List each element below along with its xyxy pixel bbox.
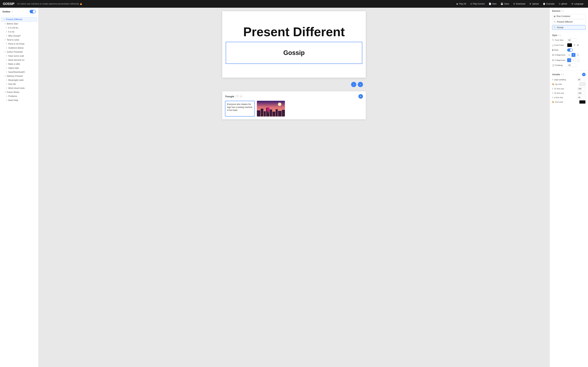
- github-icon: ⊙: [559, 3, 561, 5]
- v-align-top-button[interactable]: ⊤: [567, 58, 571, 62]
- sidebar-item-word-cloud-mode[interactable]: + Word cloud modu: [1, 86, 37, 90]
- var-bg-color-swatch[interactable]: [579, 82, 586, 86]
- upload-button[interactable]: ⬆ Upload: [527, 2, 540, 6]
- breadcrumb-present-different[interactable]: T↕ Present Different: [552, 20, 586, 24]
- sidebar-item-make-a-slide[interactable]: + Make a slide: [1, 62, 37, 66]
- color-eyedropper-button[interactable]: 👁: [573, 43, 576, 47]
- upload-icon: ⬆: [529, 3, 531, 5]
- svg-rect-12: [268, 111, 269, 113]
- thought-help-button[interactable]: ?: [235, 95, 239, 98]
- element-help-icon[interactable]: ?: [561, 10, 562, 12]
- github-button[interactable]: ⊙ github: [557, 2, 569, 6]
- slide-navigation: ‹ ›: [222, 81, 366, 89]
- sidebar-item-why-gossip[interactable]: + Why Gossip?: [1, 34, 37, 38]
- sidebar-help-icon[interactable]: ?: [12, 10, 13, 13]
- slide-main[interactable]: Present Different Gossip: [222, 11, 366, 78]
- h-alignment-icon: ⊟: [552, 54, 554, 56]
- thought-card-image[interactable]: [257, 101, 285, 117]
- padding-input[interactable]: [567, 64, 576, 67]
- variable-close-icon[interactable]: ×: [563, 74, 564, 75]
- download-label: Download: [516, 3, 525, 5]
- breadcrumb-gossip[interactable]: T↕ Gossip: [552, 25, 586, 30]
- thought-header: Thought ? × +: [225, 94, 363, 99]
- play-current-label: Play Current: [473, 3, 485, 5]
- language-button[interactable]: ⚙ Language: [570, 2, 585, 6]
- sidebar: Outline ? + Present Different + Before S…: [0, 8, 39, 367]
- v-align-bottom-button[interactable]: ⊥: [576, 58, 580, 62]
- canvas-area: Present Different Gossip ‹ › Thought ? ×…: [39, 8, 549, 367]
- slide-subtitle-box[interactable]: Gossip: [226, 42, 362, 64]
- font-size-input[interactable]: [567, 38, 576, 42]
- svg-rect-4: [264, 111, 266, 117]
- sidebar-item-have-some-scatt[interactable]: + Have some scatt: [1, 54, 37, 58]
- sidebar-item-present-different[interactable]: + Present Different: [1, 17, 37, 22]
- color-delete-button[interactable]: 🗑: [577, 43, 579, 47]
- topnav-actions: ▶ Play All ⊡ Play Current 📄 New 💾 Save ⬇…: [455, 2, 585, 6]
- play-current-button[interactable]: ⊡ Play Current: [469, 2, 486, 6]
- h-alignment-row: ⊟ H Alignment ≡ ≡ ≡: [552, 53, 586, 57]
- sidebar-item-need-help[interactable]: + Need Help: [1, 98, 37, 102]
- slide-container: Present Different Gossip: [222, 11, 366, 78]
- sidebar-item-point-is-not[interactable]: + Point is not Powe: [1, 42, 37, 46]
- svg-rect-7: [272, 112, 275, 117]
- var-hash-icon-3: #: [552, 92, 553, 94]
- var-font-color-swatch[interactable]: [579, 100, 586, 104]
- sidebar-item-ideas-become-ou[interactable]: + Ideas become ou: [1, 58, 37, 62]
- sidebar-item-adjust-style[interactable]: + Adjust style: [1, 66, 37, 70]
- save-button[interactable]: 💾 Save: [499, 2, 510, 6]
- sidebar-item-label: Present Different: [6, 18, 22, 21]
- sidebar-item-it-is-for[interactable]: + It is for: [1, 30, 37, 34]
- var-p-font-size-input[interactable]: [577, 96, 586, 99]
- var-font-color: 🎨 font color: [552, 100, 586, 104]
- next-slide-button[interactable]: ›: [358, 82, 363, 87]
- font-color-row: △ Font Color 👁 🗑: [552, 43, 586, 47]
- style-help-icon[interactable]: ?: [558, 34, 559, 36]
- download-button[interactable]: ⬇ Download: [511, 2, 527, 6]
- prev-slide-button[interactable]: ‹: [351, 82, 356, 87]
- h-align-left-button[interactable]: ≡: [567, 53, 571, 57]
- sidebar-item-before-start[interactable]: + Before Start: [1, 22, 37, 26]
- new-button[interactable]: 📄 New: [487, 2, 498, 6]
- style-section: Style ? × T↕ Font Size △ Font Color: [550, 32, 588, 71]
- font-size-row: T↕ Font Size: [552, 38, 586, 42]
- var-h1-font-size: # h1 font size: [552, 87, 586, 90]
- var-h1-font-size-input[interactable]: [577, 87, 586, 90]
- sidebar-item-give-life[interactable]: + Give life: [1, 82, 37, 86]
- padding-icon: ⬜: [552, 64, 554, 67]
- slide-subtitle: Gossip: [237, 49, 351, 57]
- sidebar-item-future-works[interactable]: + Future Works: [1, 90, 37, 94]
- sidebar-item-problems[interactable]: + Problems: [1, 94, 37, 98]
- sidebar-item-tend-to-solve[interactable]: + Tend to solve: [1, 38, 37, 42]
- h-align-right-button[interactable]: ≡: [576, 53, 580, 57]
- font-color-swatch[interactable]: [567, 43, 572, 47]
- v-align-middle-button[interactable]: +: [571, 58, 575, 62]
- thought-add-button[interactable]: +: [358, 94, 363, 99]
- play-all-button[interactable]: ▶ Play All: [455, 2, 468, 6]
- sidebar-item-author-presentat[interactable]: + Author Presentat: [1, 50, 37, 54]
- download-icon: ⬇: [513, 3, 515, 5]
- sidebar-header: Outline ?: [0, 8, 38, 16]
- element-close-icon[interactable]: ×: [563, 10, 564, 12]
- var-bg-color-label: bg color: [555, 83, 578, 85]
- h-align-center-button[interactable]: ≡: [571, 53, 575, 57]
- sidebar-item-it-is-not-for[interactable]: + It is not for...: [1, 26, 37, 30]
- thought-controls: ? ×: [235, 95, 242, 98]
- svg-rect-2: [257, 110, 260, 117]
- bold-toggle[interactable]: [567, 49, 573, 52]
- sidebar-item-save-download[interactable]: + Save/Download/C: [1, 70, 37, 74]
- outline-toggle[interactable]: [30, 10, 36, 13]
- var-h2-font-size-input[interactable]: [577, 92, 586, 95]
- style-close-icon[interactable]: ×: [560, 34, 561, 36]
- sidebar-item-delivery-present[interactable]: + Delivery Presenti: [1, 74, 37, 78]
- sidebar-item-audience-distrac[interactable]: + Audience distrac: [1, 46, 37, 50]
- h-alignment-label: ⊟ H Alignment: [552, 54, 566, 56]
- var-page-padding-input[interactable]: [577, 78, 586, 81]
- sidebar-item-meaningful-switc[interactable]: + Meaningful switc: [1, 78, 37, 82]
- example-button[interactable]: 📋 Example: [541, 2, 556, 6]
- thought-close-button[interactable]: ×: [239, 95, 242, 98]
- variable-add-button[interactable]: +: [582, 73, 586, 76]
- thought-card-text[interactable]: Everyone who shakes his legs has a sewin…: [225, 101, 255, 117]
- breadcrumb-row-container[interactable]: ▦ Row Container: [552, 14, 586, 18]
- variable-help-icon[interactable]: ?: [561, 74, 562, 75]
- play-all-icon: ▶: [457, 3, 458, 5]
